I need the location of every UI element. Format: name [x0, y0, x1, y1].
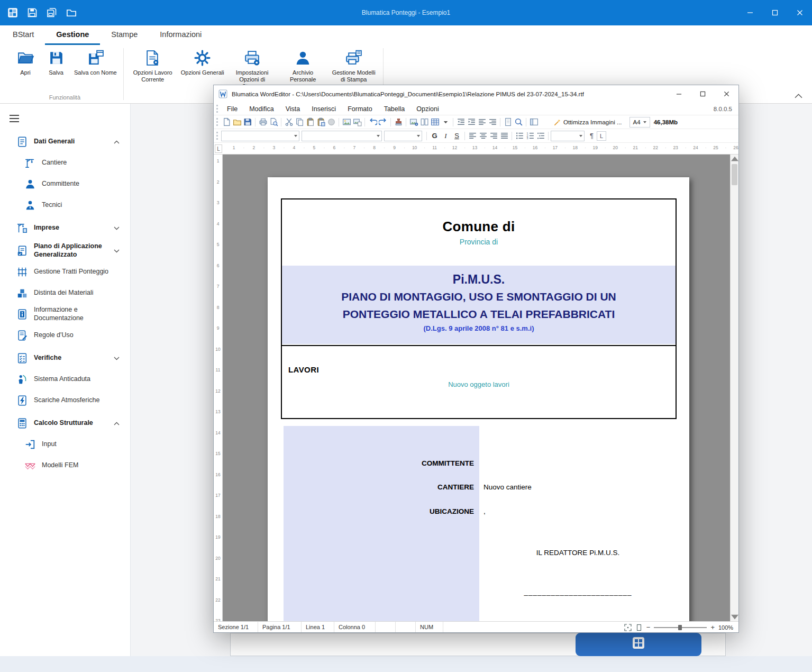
paste-icon[interactable]: [306, 117, 315, 126]
align-right-icon[interactable]: [489, 131, 498, 140]
ribbon-button-gestione-modelli-di-stampa[interactable]: Gestione Modelli di Stampa: [331, 49, 377, 83]
cut-icon[interactable]: [285, 117, 294, 126]
line-left-icon[interactable]: [478, 117, 487, 126]
ribbon-button-salva-con-nome[interactable]: Salva con Nome: [74, 49, 117, 76]
open-icon[interactable]: [233, 117, 242, 126]
print-icon[interactable]: [259, 117, 268, 126]
page-preview-icon[interactable]: [504, 117, 513, 126]
paste-image-icon[interactable]: [353, 117, 362, 126]
sidebar-item-committente[interactable]: Committente: [0, 174, 130, 195]
toolbar-drag-handle[interactable]: [216, 118, 218, 126]
italic-button[interactable]: I: [440, 131, 451, 141]
menu-file[interactable]: File: [221, 105, 243, 113]
ribbon-collapse-button[interactable]: [795, 94, 802, 98]
scroll-up-icon[interactable]: [731, 155, 738, 162]
columns-icon[interactable]: [420, 117, 429, 126]
sidebar-item-regole-d-uso[interactable]: Regole d'Uso: [0, 325, 130, 346]
menu-inserisci[interactable]: Inserisci: [306, 105, 342, 113]
tab-bstart[interactable]: BStart: [13, 25, 45, 45]
editor-minimize-button[interactable]: [667, 85, 691, 103]
sidebar-item-scariche-atmosferiche[interactable]: Scariche Atmosferiche: [0, 390, 130, 411]
undo-icon[interactable]: [368, 117, 377, 126]
sidebar-item-tecnici[interactable]: Tecnici: [0, 195, 130, 216]
sidebar-item-informazione-e-documentazione[interactable]: Informazione e Documentazione: [0, 304, 130, 325]
caret-down-icon[interactable]: [441, 117, 450, 126]
font-style-dropdown[interactable]: [302, 131, 382, 141]
fit-width-icon[interactable]: [635, 624, 643, 631]
background-blue-button[interactable]: [576, 633, 701, 656]
format-painter-icon[interactable]: [327, 117, 336, 126]
paste-special-icon[interactable]: [316, 117, 325, 126]
list-multilevel-icon[interactable]: [536, 131, 545, 140]
font-size-dropdown[interactable]: [384, 131, 422, 141]
editor-scrollbar[interactable]: [730, 155, 738, 621]
folder-white-icon[interactable]: [66, 7, 77, 18]
align-left-icon[interactable]: [468, 131, 477, 140]
redo-icon[interactable]: [379, 117, 388, 126]
wordeditor-titlebar[interactable]: Blumatica WordEditor - C:\Users\Document…: [214, 85, 738, 103]
menu-vista[interactable]: Vista: [280, 105, 306, 113]
copy-icon[interactable]: [295, 117, 304, 126]
print-preview-icon[interactable]: [269, 117, 278, 126]
stamp-icon[interactable]: [394, 117, 403, 126]
sidebar-item-modelli-fem[interactable]: Modelli FEM: [0, 455, 130, 476]
sidebar-item-calcolo-strutturale[interactable]: Calcolo Strutturale: [0, 413, 130, 434]
scrollbar-thumb[interactable]: [732, 164, 737, 185]
indent-decrease-icon[interactable]: [457, 117, 466, 126]
editor-maximize-button[interactable]: [691, 85, 715, 103]
zoom-in-button[interactable]: +: [710, 624, 715, 631]
list-numbers-icon[interactable]: 123: [526, 131, 535, 140]
ribbon-button-archivio-personale[interactable]: Archivio Personale: [280, 49, 326, 83]
sidebar-item-dati-generali[interactable]: Dati Generali: [0, 131, 130, 152]
scroll-down-icon[interactable]: [731, 613, 738, 621]
font-family-dropdown[interactable]: [221, 131, 299, 141]
underline-button[interactable]: S: [451, 131, 462, 141]
tab-selector[interactable]: L: [215, 144, 222, 153]
menu-modifica[interactable]: Modifica: [243, 105, 280, 113]
maximize-button[interactable]: [762, 0, 787, 25]
optimize-images-button[interactable]: Ottimizza Immagini ...: [553, 119, 622, 126]
horizontal-ruler[interactable]: L 1·2·3·4·5·6·7·8·9·10·11·12·13·14·15·16…: [214, 143, 738, 155]
sidebar-item-cantiere[interactable]: Cantiere: [0, 152, 130, 174]
style-dropdown[interactable]: [551, 131, 585, 141]
close-button[interactable]: [787, 0, 812, 25]
menu-tabella[interactable]: Tabella: [378, 105, 411, 113]
sidebar-item-imprese[interactable]: Imprese: [0, 217, 130, 239]
image-options-icon[interactable]: [409, 117, 418, 126]
tab-stampe[interactable]: Stampe: [100, 25, 149, 45]
new-document-icon[interactable]: [222, 117, 231, 126]
sidebar-item-distinta-dei-materiali[interactable]: Distinta dei Materiali: [0, 283, 130, 304]
insert-table-icon[interactable]: [431, 117, 440, 126]
ribbon-button-apri[interactable]: Apri: [13, 49, 38, 76]
list-bullets-icon[interactable]: [515, 131, 524, 140]
indent-increase-icon[interactable]: [467, 117, 476, 126]
align-justify-icon[interactable]: [500, 131, 509, 140]
align-center-icon[interactable]: [479, 131, 488, 140]
vertical-ruler[interactable]: 1234567891011121314151617181920212223: [214, 155, 223, 621]
page-format-dropdown[interactable]: A4: [629, 117, 650, 128]
menu-icon[interactable]: [9, 114, 20, 123]
line-right-icon[interactable]: [488, 117, 497, 126]
sidebar-item-piano-di-applicazione-generalizzato[interactable]: Piano di Applicazione Generalizzato: [0, 240, 130, 261]
bold-button[interactable]: G: [429, 131, 440, 141]
minimize-button[interactable]: [737, 0, 762, 25]
ribbon-button-salva[interactable]: Salva: [43, 49, 69, 76]
insert-image-icon[interactable]: [342, 117, 351, 126]
document-page[interactable]: Comune di Provincia di Pi.M.U.S. PIANO D…: [268, 177, 689, 621]
ribbon-button-opzioni-generali[interactable]: Opzioni Generali: [181, 49, 224, 76]
sidebar-item-verifiche[interactable]: Verifiche: [0, 348, 130, 369]
editor-close-button[interactable]: [715, 85, 738, 103]
pilcrow-icon[interactable]: ¶: [590, 132, 594, 140]
save-copy-white-icon[interactable]: [47, 7, 57, 18]
zoom-slider[interactable]: [654, 624, 707, 631]
fit-page-icon[interactable]: [624, 624, 632, 631]
ribbon-button-opzioni-lavoro-corrente[interactable]: Opzioni Lavoro Corrente: [130, 49, 176, 83]
tab-gestione[interactable]: Gestione: [45, 25, 100, 45]
toolbar-drag-handle[interactable]: [216, 105, 218, 113]
zoom-slider-thumb[interactable]: [678, 625, 682, 630]
zoom-icon[interactable]: [514, 117, 523, 126]
save-white-icon[interactable]: [27, 7, 38, 18]
tab-informazioni[interactable]: Informazioni: [149, 25, 213, 45]
toolbar-drag-handle[interactable]: [216, 132, 218, 140]
save-icon[interactable]: [243, 117, 252, 126]
